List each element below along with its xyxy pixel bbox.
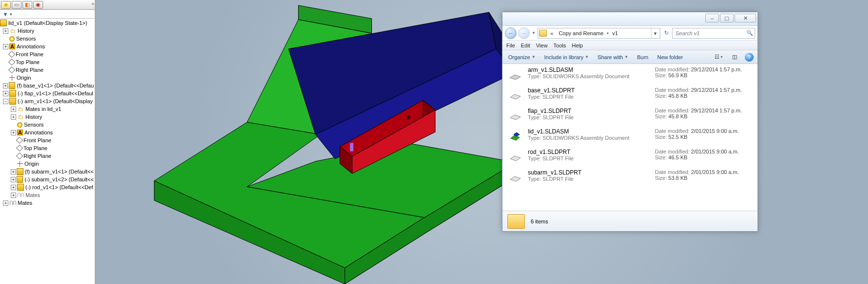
file-type: Type: SLDPRT File (528, 94, 650, 100)
search-box[interactable]: 🔍 (672, 28, 755, 39)
annotation-icon: A (17, 130, 23, 135)
tab-property-manager[interactable]: ▭ (12, 1, 22, 9)
tree-sensors[interactable]: Sensors (0, 35, 95, 43)
expand-icon[interactable]: + (3, 200, 8, 206)
date-modified-label: Date modified: (655, 87, 691, 93)
refresh-button[interactable]: ↻ (662, 30, 671, 36)
tree-arm[interactable]: − (-) arm_v1<1> (Default<Display (0, 97, 95, 105)
collapse-icon[interactable]: − (3, 99, 8, 104)
preview-pane-button[interactable]: ◫ (729, 52, 740, 62)
explorer-titlebar[interactable]: – ▢ ✕ (502, 12, 758, 26)
expand-icon[interactable]: + (11, 177, 16, 182)
tree-base[interactable]: + (f) base_v1<1> (Default<<Defau (0, 82, 95, 89)
tree-arm-mates[interactable]: + ՈՈ Mates (0, 191, 95, 199)
expand-icon[interactable]: + (11, 193, 16, 198)
tree-arm-origin[interactable]: Origin (0, 160, 95, 168)
menu-tools[interactable]: Tools (553, 43, 566, 48)
close-button[interactable]: ✕ (735, 14, 756, 22)
tree-arm-sensors[interactable]: Sensors (0, 121, 95, 129)
expand-icon[interactable]: + (3, 91, 8, 96)
file-type-icon (507, 66, 523, 82)
date-modified-value: 2/01/2015 9:00 a.m. (691, 128, 739, 134)
filter-icon[interactable]: ▼ (2, 11, 9, 17)
tree-flap[interactable]: + (-) flap_v1<1> (Default<<Defaul (0, 89, 95, 97)
expand-icon[interactable]: + (11, 185, 16, 190)
view-icon: ☷ (715, 54, 719, 60)
maximize-button[interactable]: ▢ (720, 14, 734, 22)
file-item[interactable]: subarm_v1.SLDPRTType: SLDPRT FileDate mo… (502, 167, 758, 187)
file-item[interactable]: rod_v1.SLDPRTType: SLDPRT FileDate modif… (502, 146, 758, 167)
svg-point-18 (407, 115, 411, 119)
search-input[interactable] (674, 30, 744, 37)
address-bar[interactable]: « Copy and Rename ▸ v1 ▾ (538, 28, 660, 39)
tree-label: Mates (18, 200, 32, 206)
origin-icon (17, 161, 23, 167)
tree-arm-right[interactable]: Right Plane (0, 152, 95, 160)
file-item[interactable]: base_v1.SLDPRTType: SLDPRT FileDate modi… (502, 85, 758, 105)
menu-edit[interactable]: Edit (521, 43, 530, 48)
breadcrumb[interactable]: v1 (610, 29, 620, 38)
size-label: Size: (655, 134, 669, 140)
tree-root[interactable]: lid_v1 (Default<Display State-1>) (0, 19, 95, 27)
tree-label: Annotations (24, 130, 53, 135)
tree-arm-front[interactable]: Front Plane (0, 136, 95, 144)
breadcrumb[interactable]: Copy and Rename (557, 29, 606, 38)
toolbar-label: New folder (657, 54, 683, 60)
tree-mates[interactable]: + ՈՈ Mates (0, 199, 95, 207)
address-dropdown-icon[interactable]: ▾ (651, 28, 659, 38)
tree-top-plane[interactable]: Top Plane (0, 58, 95, 66)
new-folder-button[interactable]: New folder (655, 53, 685, 61)
folder-icon (507, 214, 525, 229)
nav-history-dropdown[interactable]: ▼ (531, 31, 536, 35)
expand-icon[interactable]: + (3, 44, 8, 49)
expand-icon[interactable]: + (3, 83, 8, 88)
breadcrumb[interactable]: « (548, 29, 555, 38)
tab-dimxpert-manager[interactable]: ◉ (33, 1, 43, 9)
file-item[interactable]: arm_v1.SLDASMType: SOLIDWORKS Assembly D… (502, 64, 758, 85)
view-options-button[interactable]: ☷▼ (714, 52, 724, 62)
menu-file[interactable]: File (506, 43, 515, 48)
plane-icon (8, 51, 15, 58)
tree-subarm2[interactable]: + (-) subarm_v1<2> (Default<< (0, 175, 95, 183)
status-bar: 6 items (502, 211, 758, 231)
tree-arm-top[interactable]: Top Plane (0, 144, 95, 152)
tree-history[interactable]: + 🗀 History (0, 27, 95, 35)
burn-button[interactable]: Burn (635, 53, 650, 61)
minimize-button[interactable]: – (705, 14, 719, 22)
tree-arm-history[interactable]: + 🗀 History (0, 113, 95, 121)
file-item[interactable]: lid_v1.SLDASMType: SOLIDWORKS Assembly D… (502, 126, 758, 146)
help-button[interactable]: ? (745, 53, 754, 62)
chevron-down-icon: ▼ (585, 55, 589, 59)
tree-arm-mates-in[interactable]: + 🗀 Mates in lid_v1 (0, 105, 95, 113)
tree-arm-ann[interactable]: + A Annotations (0, 129, 95, 136)
tree-right-plane[interactable]: Right Plane (0, 66, 95, 74)
tree-front-plane[interactable]: Front Plane (0, 50, 95, 58)
organize-button[interactable]: Organize ▼ (506, 53, 538, 61)
expand-icon[interactable]: + (11, 169, 16, 175)
file-item[interactable]: flap_v1.SLDPRTType: SLDPRT FileDate modi… (502, 105, 758, 126)
expand-icon[interactable]: + (11, 107, 16, 112)
chevron-right-icon[interactable]: ▸ (607, 31, 609, 35)
expand-icon[interactable]: + (11, 114, 16, 120)
tabs-overflow-icon[interactable]: » (91, 0, 93, 6)
tree-label: Right Plane (23, 153, 51, 159)
tree-annotations[interactable]: + A Annotations (0, 43, 95, 50)
plane-icon (8, 66, 15, 73)
menu-view[interactable]: View (536, 43, 548, 48)
tree-rod[interactable]: + (-) rod_v1<1> (Default<<Def (0, 183, 95, 191)
menu-help[interactable]: Help (572, 43, 583, 48)
tree-subarm1[interactable]: + (f) subarm_v1<1> (Default<< (0, 168, 95, 175)
arrow-right-icon: → (521, 30, 527, 36)
filter-dropdown-icon[interactable]: ▾ (10, 12, 12, 17)
file-type: Type: SOLIDWORKS Assembly Document (528, 73, 650, 79)
nav-forward-button[interactable]: → (518, 27, 530, 39)
include-library-button[interactable]: Include in library ▼ (542, 53, 591, 61)
tab-configuration-manager[interactable]: ◧ (22, 1, 32, 9)
expand-icon[interactable]: + (3, 28, 8, 34)
nav-back-button[interactable]: ← (505, 27, 517, 39)
tab-feature-manager[interactable]: ◆ (1, 1, 11, 9)
expand-icon[interactable]: + (11, 130, 16, 135)
share-with-button[interactable]: Share with ▼ (596, 53, 630, 61)
tree-origin[interactable]: Origin (0, 74, 95, 82)
svg-marker-22 (510, 115, 521, 120)
